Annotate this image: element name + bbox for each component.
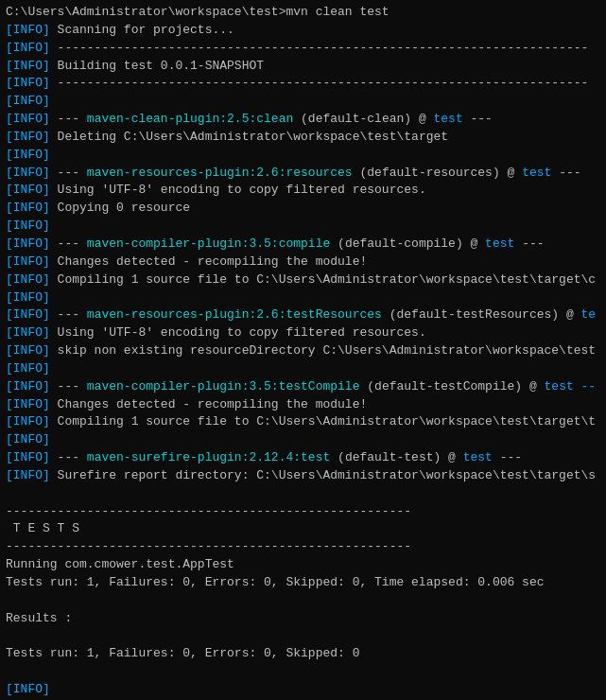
terminal-window: C:\Users\Administrator\workspace\test>mv… bbox=[0, 0, 606, 700]
terminal-line: ----------------------------------------… bbox=[6, 503, 600, 521]
terminal-line: ----------------------------------------… bbox=[6, 538, 600, 556]
terminal-line: [INFO] Changes detected - recompiling th… bbox=[6, 396, 600, 414]
terminal-line: [INFO] Scanning for projects... bbox=[6, 22, 600, 40]
terminal-line: [INFO] ---------------------------------… bbox=[6, 40, 600, 58]
terminal-line bbox=[6, 628, 600, 646]
terminal-line: Tests run: 1, Failures: 0, Errors: 0, Sk… bbox=[6, 645, 600, 663]
terminal-line: [INFO] bbox=[6, 93, 600, 111]
terminal-line: [INFO] ---------------------------------… bbox=[6, 75, 600, 93]
terminal-line: [INFO] Using 'UTF-8' encoding to copy fi… bbox=[6, 324, 600, 342]
terminal-line bbox=[6, 485, 600, 503]
terminal-line: [INFO] Using 'UTF-8' encoding to copy fi… bbox=[6, 182, 600, 200]
terminal-line: [INFO] --- maven-compiler-plugin:3.5:tes… bbox=[6, 378, 600, 396]
terminal-line: [INFO] Copying 0 resource bbox=[6, 200, 600, 218]
terminal-line: [INFO] bbox=[6, 360, 600, 378]
terminal-line bbox=[6, 592, 600, 610]
terminal-line: [INFO] --- maven-resources-plugin:2.6:te… bbox=[6, 306, 600, 324]
terminal-line: [INFO] Deleting C:\Users\Administrator\w… bbox=[6, 129, 600, 147]
terminal-line: [INFO] bbox=[6, 681, 600, 699]
terminal-line: [INFO] skip non existing resourceDirecto… bbox=[6, 342, 600, 360]
terminal-line bbox=[6, 663, 600, 681]
terminal-line: Running com.cmower.test.AppTest bbox=[6, 556, 600, 574]
terminal-line: [INFO] bbox=[6, 431, 600, 449]
terminal-line: [INFO] Changes detected - recompiling th… bbox=[6, 254, 600, 271]
terminal-line: T E S T S bbox=[6, 520, 600, 538]
terminal-line: [INFO] Surefire report directory: C:\Use… bbox=[6, 467, 600, 485]
terminal-line: [INFO] bbox=[6, 289, 600, 307]
terminal-line: [INFO] bbox=[6, 218, 600, 236]
terminal-line: [INFO] --- maven-surefire-plugin:2.12.4:… bbox=[6, 449, 600, 467]
terminal-line: [INFO] bbox=[6, 147, 600, 165]
terminal-line: [INFO] Compiling 1 source file to C:\Use… bbox=[6, 271, 600, 289]
terminal-line: [INFO] --- maven-compiler-plugin:3.5:com… bbox=[6, 236, 600, 254]
terminal-line: [INFO] Building test 0.0.1-SNAPSHOT bbox=[6, 58, 600, 76]
terminal-line: C:\Users\Administrator\workspace\test>mv… bbox=[6, 4, 600, 22]
terminal-line: [INFO] --- maven-clean-plugin:2.5:clean … bbox=[6, 111, 600, 129]
terminal-line: Tests run: 1, Failures: 0, Errors: 0, Sk… bbox=[6, 574, 600, 592]
terminal-line: Results : bbox=[6, 610, 600, 628]
terminal-line: [INFO] Compiling 1 source file to C:\Use… bbox=[6, 413, 600, 431]
terminal-line: [INFO] --- maven-resources-plugin:2.6:re… bbox=[6, 165, 600, 183]
